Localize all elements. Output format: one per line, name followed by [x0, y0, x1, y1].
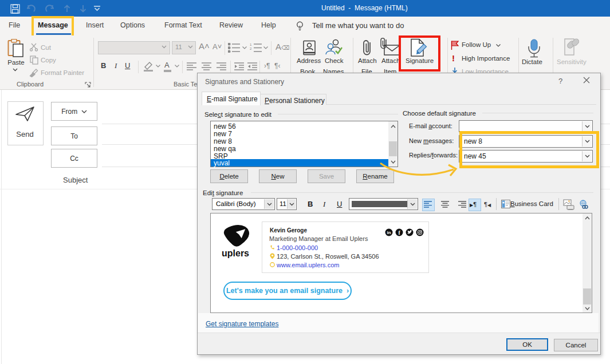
- svg-text:1: 1: [250, 43, 252, 46]
- svg-text:2: 2: [250, 47, 252, 50]
- svg-text:in: in: [387, 230, 391, 235]
